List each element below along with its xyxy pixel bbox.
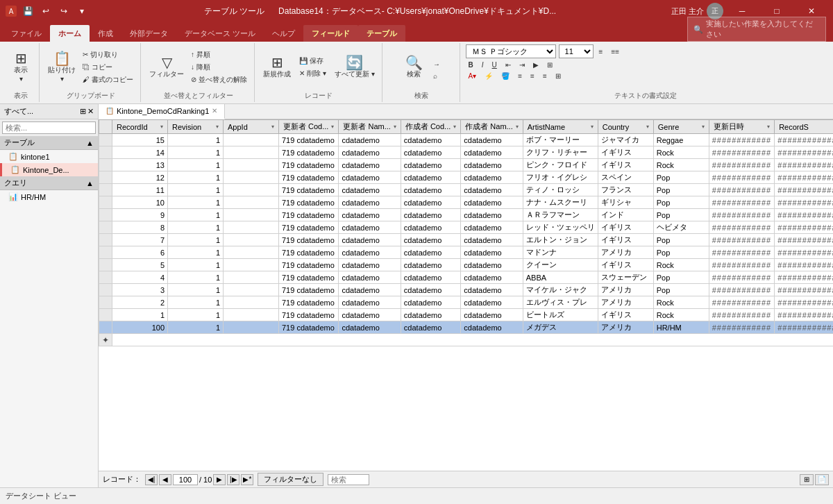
table-row[interactable]: 7 1 719 cdatademo cdatademo cdatademo cd…: [99, 234, 834, 246]
cell-updated[interactable]: ############: [709, 221, 774, 234]
tab-db-tools[interactable]: データベース ツール: [176, 25, 264, 42]
cell-artist[interactable]: フリオ・イグレシ: [523, 171, 598, 184]
cell-updater-code[interactable]: 719 cdatademo: [279, 271, 339, 284]
cell-updated[interactable]: ############: [709, 246, 774, 259]
cell-updater-name[interactable]: cdatademo: [339, 259, 401, 271]
tab-create[interactable]: 作成: [90, 25, 121, 42]
cell-recordid[interactable]: 5: [112, 259, 168, 271]
table-row[interactable]: 6 1 719 cdatademo cdatademo cdatademo cd…: [99, 246, 834, 259]
cell-revision[interactable]: 1: [168, 309, 224, 321]
cell-updater-name[interactable]: cdatademo: [339, 271, 401, 284]
next-record-btn[interactable]: ▶: [213, 474, 226, 485]
cell-records[interactable]: ############: [775, 284, 833, 296]
datasheet-wrapper[interactable]: RecordId ▾ Revision ▾ AppId ▾: [99, 119, 833, 471]
cell-creator-name[interactable]: cdatademo: [461, 146, 523, 159]
cell-revision[interactable]: 1: [168, 234, 224, 246]
new-row[interactable]: ✦: [99, 334, 834, 346]
cell-updater-code[interactable]: 719 cdatademo: [279, 221, 339, 234]
cell-updater-name[interactable]: cdatademo: [339, 246, 401, 259]
cell-updater-code[interactable]: 719 cdatademo: [279, 184, 339, 196]
cell-updater-code[interactable]: 719 cdatademo: [279, 171, 339, 184]
table-row[interactable]: 15 1 719 cdatademo cdatademo cdatademo c…: [99, 134, 834, 146]
cell-country[interactable]: インド: [598, 209, 653, 221]
cell-appid[interactable]: [224, 284, 279, 296]
cell-records[interactable]: ############: [775, 196, 833, 209]
view-btn[interactable]: ⊞ 表示 ▾: [7, 50, 35, 84]
row-selector-cell[interactable]: [99, 296, 112, 309]
tab-close-btn[interactable]: ✕: [212, 107, 217, 115]
cell-updated[interactable]: ############: [709, 184, 774, 196]
row-selector-cell[interactable]: [99, 209, 112, 221]
cell-country[interactable]: スペイン: [598, 171, 653, 184]
bg-color-btn[interactable]: 🪣: [498, 72, 512, 81]
cell-updater-code[interactable]: 719 cdatademo: [279, 309, 339, 321]
cell-creator-name[interactable]: cdatademo: [461, 184, 523, 196]
cell-records[interactable]: ############: [775, 271, 833, 284]
more-btn2[interactable]: ⊞: [544, 60, 555, 69]
tab-field[interactable]: フィールド: [303, 25, 358, 42]
cell-recordid[interactable]: 1: [112, 309, 168, 321]
col-genre[interactable]: Genre ▾: [653, 120, 709, 134]
cell-creator-code[interactable]: cdatademo: [401, 171, 460, 184]
cell-country[interactable]: スウェーデン: [598, 271, 653, 284]
new-row-cell[interactable]: [112, 334, 834, 346]
cell-recordid[interactable]: 12: [112, 171, 168, 184]
cell-records[interactable]: ############: [775, 321, 833, 334]
cell-country[interactable]: アメリカ: [598, 246, 653, 259]
row-selector-cell[interactable]: [99, 171, 112, 184]
cell-appid[interactable]: [224, 196, 279, 209]
cut-btn[interactable]: ✂切り取り: [80, 49, 136, 60]
cell-genre[interactable]: Pop: [653, 284, 709, 296]
datasheet-view-btn[interactable]: ⊞: [800, 474, 814, 485]
cell-revision[interactable]: 1: [168, 296, 224, 309]
cell-updater-name[interactable]: cdatademo: [339, 221, 401, 234]
align-left-btn[interactable]: ≡: [515, 72, 525, 81]
cell-updated[interactable]: ############: [709, 134, 774, 146]
indent-btn[interactable]: ⇤: [503, 60, 514, 69]
cell-creator-name[interactable]: cdatademo: [461, 246, 523, 259]
row-selector-cell[interactable]: [99, 196, 112, 209]
cell-records[interactable]: ############: [775, 134, 833, 146]
col-appid[interactable]: AppId ▾: [224, 120, 279, 134]
cell-genre[interactable]: Pop: [653, 234, 709, 246]
undo-btn[interactable]: ↩: [39, 4, 53, 18]
tab-home[interactable]: ホーム: [50, 25, 90, 42]
cell-creator-name[interactable]: cdatademo: [461, 134, 523, 146]
row-selector-cell[interactable]: [99, 234, 112, 246]
table-row[interactable]: 12 1 719 cdatademo cdatademo cdatademo c…: [99, 171, 834, 184]
save-record-btn[interactable]: 💾保存: [296, 56, 329, 67]
cell-appid[interactable]: [224, 246, 279, 259]
row-selector-cell[interactable]: [99, 284, 112, 296]
status-search-input[interactable]: [328, 474, 369, 485]
cell-artist[interactable]: エルヴィス・プレ: [523, 296, 598, 309]
cell-updater-code[interactable]: 719 cdatademo: [279, 321, 339, 334]
nav-query-hrhm[interactable]: 📊 HR/HM: [0, 190, 98, 203]
rtl-btn[interactable]: ⊞: [553, 72, 564, 81]
underline-btn[interactable]: U: [489, 60, 500, 69]
row-selector-cell[interactable]: [99, 221, 112, 234]
filter-status-btn[interactable]: フィルターなし: [258, 473, 323, 486]
cell-updater-name[interactable]: cdatademo: [339, 321, 401, 334]
col-country[interactable]: Country ▾: [598, 120, 653, 134]
cell-recordid[interactable]: 15: [112, 134, 168, 146]
cell-genre[interactable]: Pop: [653, 209, 709, 221]
cell-creator-code[interactable]: cdatademo: [401, 134, 460, 146]
table-row[interactable]: 4 1 719 cdatademo cdatademo cdatademo cd…: [99, 271, 834, 284]
table-row[interactable]: 9 1 719 cdatademo cdatademo cdatademo cd…: [99, 209, 834, 221]
cell-records[interactable]: ############: [775, 184, 833, 196]
cell-creator-code[interactable]: cdatademo: [401, 271, 460, 284]
cell-updated[interactable]: ############: [709, 146, 774, 159]
cell-updater-code[interactable]: 719 cdatademo: [279, 284, 339, 296]
prev-record-btn[interactable]: ◀: [159, 474, 171, 485]
find-btn[interactable]: 🔍 検索: [400, 54, 428, 81]
nav-table-kintone-demo[interactable]: 📋 Kintone_De...: [0, 163, 98, 176]
cell-artist[interactable]: ティノ・ロッシ: [523, 184, 598, 196]
cell-updater-name[interactable]: cdatademo: [339, 146, 401, 159]
refresh-btn[interactable]: 🔄 すべて更新 ▾: [332, 54, 378, 81]
cell-creator-code[interactable]: cdatademo: [401, 209, 460, 221]
cell-updater-code[interactable]: 719 cdatademo: [279, 246, 339, 259]
nav-menu-btn[interactable]: ⊞: [80, 107, 86, 116]
cell-recordid[interactable]: 9: [112, 209, 168, 221]
cell-artist[interactable]: クイーン: [523, 259, 598, 271]
col-updater-code[interactable]: 更新者 Cod... ▾: [279, 120, 339, 134]
